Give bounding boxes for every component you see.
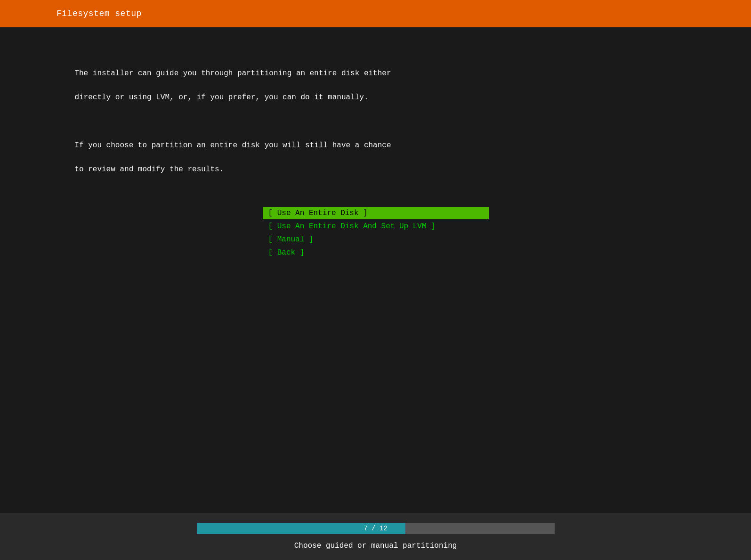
menu-item-back[interactable]: [ Back ]: [263, 247, 489, 259]
progress-bar: 7 / 12: [197, 523, 555, 534]
menu-item-use-entire-disk-lvm[interactable]: [ Use An Entire Disk And Set Up LVM ]: [263, 220, 489, 232]
menu-item-manual[interactable]: [ Manual ]: [263, 233, 489, 246]
header-title: Filesystem setup: [57, 9, 142, 18]
footer: 7 / 12 Choose guided or manual partition…: [0, 513, 751, 560]
main-content: The installer can guide you through part…: [0, 27, 751, 513]
footer-status-text: Choose guided or manual partitioning: [294, 542, 457, 550]
menu-container: [ Use An Entire Disk ] [ Use An Entire D…: [57, 207, 694, 260]
description-text: The installer can guide you through part…: [57, 56, 694, 188]
menu-item-use-entire-disk[interactable]: [ Use An Entire Disk ]: [263, 207, 489, 219]
progress-label: 7 / 12: [363, 525, 387, 532]
header: Filesystem setup: [0, 0, 751, 27]
